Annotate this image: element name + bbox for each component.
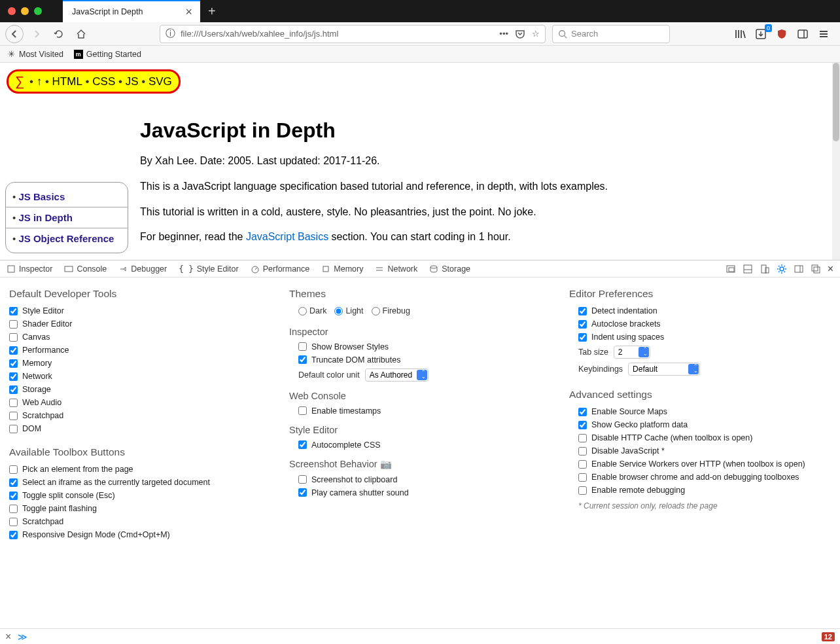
bookmark-getting-started[interactable]: m Getting Started (74, 50, 141, 59)
editor-opt-checkbox[interactable] (578, 333, 587, 342)
sidebar-item[interactable]: • JS Object Reference (6, 228, 128, 249)
toolbox-btn-row[interactable]: Select an iframe as the currently target… (9, 478, 271, 487)
split-console-icon[interactable] (743, 264, 753, 274)
toolbox-btn-checkbox[interactable] (9, 492, 18, 500)
link-js-basics[interactable]: JavaScript Basics (246, 231, 328, 242)
bookmark-most-visited[interactable]: ✳ Most Visited (7, 50, 63, 59)
tool-row[interactable]: Style Editor (9, 306, 271, 315)
editor-opt-row[interactable]: Detect indentation (578, 306, 831, 315)
nav-html[interactable]: HTML (52, 75, 82, 88)
menu-icon[interactable] (818, 28, 830, 40)
nav-svg[interactable]: SVG (149, 75, 172, 88)
toolbox-btn-row[interactable]: Responsive Design Mode (Cmd+Opt+M) (9, 530, 271, 539)
tool-checkbox[interactable] (9, 385, 18, 394)
pocket-icon[interactable] (515, 29, 525, 39)
tool-row[interactable]: DOM (9, 424, 271, 433)
select-color-unit[interactable]: As Authored (365, 368, 429, 382)
theme-radio-row[interactable]: Light (334, 306, 363, 315)
theme-radio[interactable] (298, 307, 307, 315)
tool-row[interactable]: Web Audio (9, 398, 271, 407)
editor-opt-checkbox[interactable] (578, 320, 587, 329)
browser-tab[interactable]: JavaScript in Depth × (63, 0, 200, 22)
advanced-opt-checkbox[interactable] (578, 421, 587, 429)
advanced-opt-checkbox[interactable] (578, 447, 587, 456)
toolbox-btn-row[interactable]: Toggle paint flashing (9, 504, 271, 513)
tool-row[interactable]: Shader Editor (9, 319, 271, 329)
reload-button[interactable] (50, 25, 68, 43)
console-opt-checkbox[interactable] (298, 406, 307, 415)
dock-window-icon[interactable] (811, 264, 821, 274)
screenshot-opt-checkbox[interactable] (298, 475, 307, 484)
inspector-opt-row[interactable]: Truncate DOM attributes (298, 355, 551, 365)
sidebar-item[interactable]: • JS Basics (6, 187, 128, 207)
advanced-opt-row[interactable]: Enable browser chrome and add-on debuggi… (578, 473, 831, 482)
advanced-opt-checkbox[interactable] (578, 473, 587, 482)
nav-css[interactable]: CSS (92, 75, 115, 88)
content-scrollbar[interactable] (832, 63, 840, 272)
advanced-opt-row[interactable]: Show Gecko platform data (578, 420, 831, 429)
tab-style-editor[interactable]: { }Style Editor (179, 264, 239, 274)
tool-row[interactable]: Scratchpad (9, 411, 271, 420)
theme-radio[interactable] (372, 307, 380, 315)
tool-row[interactable]: Storage (9, 385, 271, 394)
dock-side-icon[interactable] (794, 264, 804, 274)
theme-radio-row[interactable]: Firebug (372, 306, 410, 315)
iframe-picker-icon[interactable] (726, 264, 736, 274)
tab-inspector[interactable]: Inspector (7, 264, 52, 274)
theme-radio-row[interactable]: Dark (298, 306, 326, 315)
home-button[interactable] (72, 25, 90, 43)
theme-radio[interactable] (334, 307, 343, 315)
devtools-close-icon[interactable]: × (828, 263, 833, 275)
zoom-window[interactable] (34, 7, 42, 15)
tab-console[interactable]: Console (64, 264, 107, 274)
tool-checkbox[interactable] (9, 372, 18, 381)
console-close-icon[interactable]: × (5, 631, 11, 643)
inspector-opt-row[interactable]: Show Browser Styles (298, 342, 551, 351)
toolbox-btn-row[interactable]: Scratchpad (9, 517, 271, 526)
console-prompt-icon[interactable]: ≫ (18, 632, 27, 642)
style-opt-row[interactable]: Autocomplete CSS (298, 440, 551, 450)
minimize-window[interactable] (21, 7, 29, 15)
screenshot-opt-row[interactable]: Play camera shutter sound (298, 488, 551, 497)
screenshot-opt-row[interactable]: Screenshot to clipboard (298, 475, 551, 484)
advanced-opt-checkbox[interactable] (578, 460, 587, 469)
tool-checkbox[interactable] (9, 425, 18, 433)
search-bar[interactable]: Search (552, 25, 670, 43)
toolbox-btn-checkbox[interactable] (9, 465, 18, 474)
tool-row[interactable]: Performance (9, 346, 271, 355)
tool-checkbox[interactable] (9, 346, 18, 355)
editor-opt-row[interactable]: Autoclose brackets (578, 319, 831, 329)
tool-checkbox[interactable] (9, 307, 18, 315)
advanced-opt-row[interactable]: Enable Service Workers over HTTP (when t… (578, 459, 831, 469)
inspector-opt-checkbox[interactable] (298, 342, 307, 351)
nav-sigma[interactable]: ∑ (15, 74, 24, 89)
tool-checkbox[interactable] (9, 412, 18, 420)
editor-opt-checkbox[interactable] (578, 307, 587, 315)
toolbox-btn-checkbox[interactable] (9, 531, 18, 539)
library-icon[interactable] (734, 28, 746, 40)
url-bar[interactable]: ⓘ file:///Users/xah/web/xahlee_info/js/j… (160, 25, 546, 43)
sidebar-item[interactable]: • JS in Depth (6, 207, 128, 228)
sidebar-icon[interactable] (797, 28, 809, 40)
close-window[interactable] (8, 7, 16, 15)
tab-storage[interactable]: Storage (429, 264, 470, 274)
advanced-opt-row[interactable]: Enable remote debugging (578, 486, 831, 495)
input-tab-size[interactable] (614, 346, 650, 359)
tool-row[interactable]: Canvas (9, 332, 271, 342)
style-opt-checkbox[interactable] (298, 440, 307, 449)
tab-debugger[interactable]: Debugger (118, 264, 167, 274)
bookmark-star-icon[interactable]: ☆ (532, 29, 540, 39)
advanced-opt-row[interactable]: Enable Source Maps (578, 407, 831, 416)
info-icon[interactable]: ⓘ (166, 27, 175, 40)
advanced-opt-row[interactable]: Disable HTTP Cache (when toolbox is open… (578, 433, 831, 442)
editor-opt-row[interactable]: Indent using spaces (578, 332, 831, 342)
inspector-opt-checkbox[interactable] (298, 355, 307, 364)
advanced-opt-checkbox[interactable] (578, 434, 587, 442)
tool-row[interactable]: Network (9, 372, 271, 381)
tab-performance[interactable]: Performance (251, 264, 310, 274)
advanced-opt-row[interactable]: Disable JavaScript * (578, 446, 831, 456)
forward-button[interactable] (27, 25, 46, 43)
tab-close-icon[interactable]: × (185, 6, 192, 18)
advanced-opt-checkbox[interactable] (578, 408, 587, 416)
tool-checkbox[interactable] (9, 359, 18, 368)
